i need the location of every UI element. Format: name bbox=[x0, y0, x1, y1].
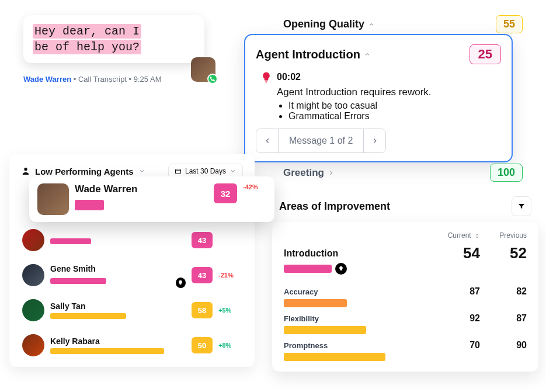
aoi-current: 54 bbox=[433, 244, 480, 262]
intro-bullet: Grammatical Errors bbox=[288, 111, 501, 122]
aoi-col-current[interactable]: Current bbox=[433, 231, 480, 240]
aoi-previous: 82 bbox=[480, 286, 527, 297]
aoi-previous: 87 bbox=[480, 313, 527, 324]
hint-bulb-icon[interactable] bbox=[335, 263, 347, 275]
meta-time: 9:25 AM bbox=[134, 75, 162, 84]
score-bar bbox=[50, 313, 126, 319]
aoi-bar bbox=[284, 265, 332, 273]
intro-bullets: It might be too casual Grammatical Error… bbox=[288, 100, 501, 122]
agent-avatar bbox=[191, 57, 215, 82]
aoi-metric-name: Promptness bbox=[284, 341, 433, 350]
aoi-current: 70 bbox=[433, 340, 480, 351]
aoi-row[interactable]: Flexibility 92 87 bbox=[284, 313, 527, 334]
aoi-bar bbox=[284, 353, 385, 361]
avatar bbox=[22, 299, 44, 321]
aoi-previous: 90 bbox=[480, 340, 527, 351]
agent-delta: +5% bbox=[218, 307, 242, 314]
aoi-metric-name: Flexibility bbox=[284, 314, 433, 323]
category-row-greeting[interactable]: Greeting 100 bbox=[281, 164, 525, 182]
category-row-opening[interactable]: Opening Quality 55 bbox=[281, 15, 525, 33]
chevron-up-icon bbox=[368, 21, 375, 28]
aoi-previous: 52 bbox=[480, 244, 527, 262]
transcript-line-1: Hey dear, can I bbox=[33, 24, 141, 39]
transcript-block: Hey dear, can I be of help you? Wade War… bbox=[23, 15, 204, 84]
agent-delta: -42% bbox=[243, 183, 266, 190]
aoi-bar bbox=[284, 299, 347, 307]
aoi-metric-name: Introduction bbox=[284, 248, 433, 259]
svg-point-0 bbox=[24, 168, 27, 171]
calendar-icon bbox=[175, 168, 182, 175]
score-bar bbox=[50, 348, 164, 354]
sort-icon bbox=[474, 233, 480, 239]
avatar bbox=[37, 183, 69, 215]
transcript-line-2: be of help you? bbox=[33, 40, 141, 54]
meta-label: Call Transcript bbox=[78, 75, 127, 84]
aoi-current: 87 bbox=[433, 286, 480, 297]
chevron-right-icon bbox=[371, 137, 379, 145]
agent-row[interactable]: Sally Tan 58 +5% bbox=[16, 297, 248, 332]
hint-bulb-icon[interactable] bbox=[176, 277, 186, 288]
agent-name-link[interactable]: Wade Warren bbox=[23, 75, 71, 84]
phone-icon bbox=[207, 74, 218, 84]
score-bar bbox=[50, 278, 106, 284]
avatar bbox=[22, 334, 44, 356]
score-pill-opening: 55 bbox=[496, 15, 523, 33]
low-performing-agents-card: Low Performing Agents Last 30 Days Wade … bbox=[9, 154, 255, 367]
intro-card-title: Agent Introduction bbox=[256, 48, 360, 61]
message-pager: Message 1 of 2 bbox=[256, 129, 386, 153]
aoi-row[interactable]: Promptness 70 90 bbox=[284, 340, 527, 361]
score-bar bbox=[75, 200, 104, 210]
aoi-bar bbox=[284, 326, 366, 334]
lpa-title: Low Performing Agents bbox=[35, 166, 134, 176]
agent-row[interactable]: Kelly Rabara 50 +8% bbox=[16, 332, 248, 367]
aoi-row[interactable]: Accuracy 87 82 bbox=[284, 286, 527, 307]
score-pill-greeting: 100 bbox=[490, 164, 523, 182]
transcript-bubble: Hey dear, can I be of help you? bbox=[23, 15, 204, 63]
intro-card-title-row[interactable]: Agent Introduction bbox=[256, 48, 371, 61]
category-label: Greeting bbox=[283, 167, 324, 179]
avatar bbox=[22, 229, 44, 251]
agent-delta: +8% bbox=[218, 342, 242, 349]
chevron-left-icon bbox=[263, 137, 272, 145]
intro-timestamp: 00:02 bbox=[277, 72, 301, 82]
chevron-right-icon bbox=[328, 169, 335, 176]
category-label: Opening Quality bbox=[283, 18, 364, 30]
agent-row[interactable]: Gene Smith 43 -21% bbox=[16, 262, 248, 297]
filter-icon bbox=[517, 202, 526, 210]
aoi-metric-name: Accuracy bbox=[284, 287, 433, 296]
aoi-card: Current Previous Introduction 54 52 Accu… bbox=[272, 222, 538, 372]
lightbulb-icon bbox=[260, 71, 272, 83]
transcript-meta: Wade Warren • Call Transcript • 9:25 AM bbox=[23, 75, 204, 84]
agent-name: Wade Warren bbox=[75, 183, 208, 195]
agent-icon bbox=[21, 166, 30, 176]
lpa-title-dropdown[interactable]: Low Performing Agents bbox=[21, 166, 145, 176]
date-range-label: Last 30 Days bbox=[185, 167, 226, 175]
score-pill-intro: 25 bbox=[470, 44, 501, 64]
agent-delta: -21% bbox=[218, 272, 242, 279]
svg-rect-1 bbox=[175, 169, 180, 174]
pager-next-button[interactable] bbox=[363, 129, 385, 152]
agent-introduction-card: Agent Introduction 25 00:02 Agent Introd… bbox=[244, 34, 513, 162]
filter-button[interactable] bbox=[512, 196, 531, 216]
agent-name: Kelly Rabara bbox=[50, 337, 186, 346]
aoi-row-featured[interactable]: Introduction 54 52 bbox=[284, 244, 527, 273]
score-bar bbox=[50, 238, 91, 244]
aoi-current: 92 bbox=[433, 313, 480, 324]
agent-name: Sally Tan bbox=[50, 301, 186, 311]
chevron-down-icon bbox=[229, 168, 237, 175]
aoi-col-previous[interactable]: Previous bbox=[480, 231, 527, 240]
intro-summary: Agent Introduction requires rework. bbox=[277, 86, 501, 98]
avatar bbox=[22, 264, 44, 286]
agent-row[interactable]: 43 bbox=[16, 227, 248, 262]
chevron-up-icon bbox=[364, 51, 371, 58]
agent-name: Gene Smith bbox=[50, 264, 96, 273]
agent-row-featured[interactable]: Wade Warren 32 -42% bbox=[29, 176, 274, 222]
pager-label: Message 1 of 2 bbox=[279, 136, 363, 146]
chevron-down-icon bbox=[138, 168, 145, 175]
aoi-title: Areas of Improvement bbox=[279, 200, 390, 213]
agent-score: 43 bbox=[192, 267, 213, 283]
pager-prev-button[interactable] bbox=[256, 129, 279, 152]
intro-bullet: It might be too casual bbox=[288, 100, 501, 111]
aoi-header: Areas of Improvement bbox=[279, 196, 531, 216]
